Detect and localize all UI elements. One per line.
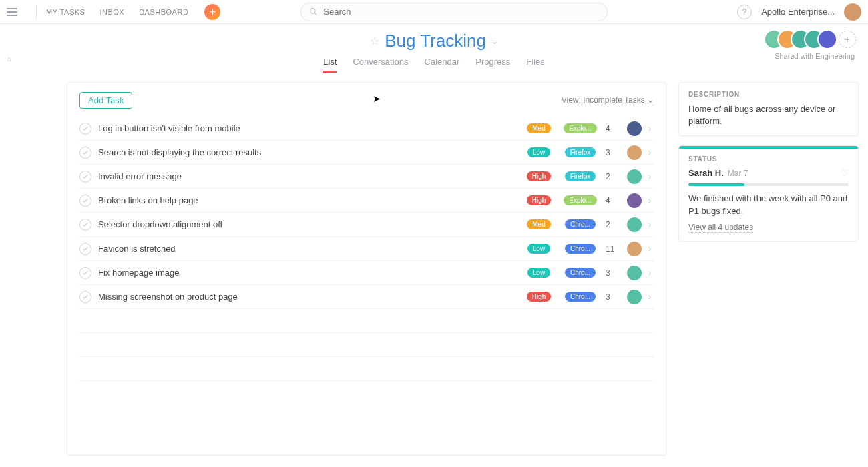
- browser-tag[interactable]: Chro...: [565, 219, 596, 229]
- complete-checkbox[interactable]: [79, 219, 91, 231]
- tab-conversations[interactable]: Conversations: [353, 57, 408, 73]
- top-nav: MY TASKS INBOX DASHBOARD: [46, 8, 188, 16]
- menu-icon[interactable]: [7, 5, 21, 19]
- subtask-count: 2: [606, 220, 620, 229]
- subtask-count: 3: [606, 292, 620, 302]
- chevron-right-icon[interactable]: ›: [648, 171, 654, 181]
- task-title[interactable]: Favicon is stretched: [98, 244, 516, 254]
- subtask-count: 3: [606, 148, 620, 157]
- user-avatar[interactable]: [844, 3, 861, 21]
- task-title[interactable]: Selector dropdown alignment off: [98, 219, 516, 229]
- assignee-avatar[interactable]: [627, 145, 642, 160]
- chevron-right-icon[interactable]: ›: [648, 147, 654, 157]
- add-member-button[interactable]: +: [839, 31, 856, 48]
- chevron-right-icon[interactable]: ›: [648, 244, 654, 254]
- nav-dashboard[interactable]: DASHBOARD: [139, 8, 188, 16]
- view-filter[interactable]: View: Incomplete Tasks ⌄: [562, 95, 654, 105]
- project-title[interactable]: Bug Tracking: [385, 31, 486, 51]
- browser-tag[interactable]: Chro...: [565, 268, 596, 278]
- task-row[interactable]: Missing screenshot on product pageHighCh…: [79, 285, 654, 309]
- browser-tag[interactable]: Explo...: [564, 123, 596, 133]
- complete-checkbox[interactable]: [79, 123, 91, 135]
- complete-checkbox[interactable]: [79, 147, 91, 159]
- task-title[interactable]: Missing screenshot on product page: [98, 292, 516, 302]
- svg-point-0: [310, 9, 316, 14]
- complete-checkbox[interactable]: [79, 195, 91, 207]
- task-title[interactable]: Fix homepage image: [98, 268, 516, 278]
- tab-files[interactable]: Files: [526, 57, 544, 73]
- help-icon[interactable]: ?: [737, 5, 752, 19]
- view-updates-link[interactable]: View all 4 updates: [688, 223, 753, 233]
- chevron-right-icon[interactable]: ›: [648, 219, 654, 229]
- chevron-down-icon[interactable]: ⌄: [491, 37, 498, 46]
- subtask-count: 4: [606, 124, 620, 133]
- task-title[interactable]: Broken links on help page: [98, 195, 516, 205]
- tab-progress[interactable]: Progress: [475, 57, 510, 73]
- tab-list[interactable]: List: [323, 57, 337, 73]
- member-avatar[interactable]: [819, 31, 836, 48]
- priority-tag[interactable]: High: [527, 171, 552, 181]
- task-row[interactable]: Search is not displaying the correct res…: [79, 141, 654, 165]
- task-row[interactable]: Fix homepage imageLowChro...3›: [79, 261, 654, 285]
- nav-inbox[interactable]: INBOX: [99, 8, 124, 16]
- add-task-button[interactable]: Add Task: [79, 92, 132, 109]
- add-button[interactable]: +: [204, 4, 220, 20]
- description-heading: DESCRIPTION: [688, 91, 849, 98]
- assignee-avatar[interactable]: [627, 169, 642, 184]
- status-progress: [688, 183, 849, 186]
- complete-checkbox[interactable]: [79, 267, 91, 279]
- priority-tag[interactable]: Low: [527, 244, 550, 254]
- star-icon[interactable]: ☆: [370, 35, 379, 47]
- assignee-avatar[interactable]: [627, 217, 642, 232]
- status-body: We finished with the week with all P0 an…: [688, 193, 849, 217]
- task-row[interactable]: Broken links on help pageHighExplo...4›: [79, 189, 654, 213]
- complete-checkbox[interactable]: [79, 291, 91, 303]
- tab-calendar[interactable]: Calendar: [425, 57, 460, 73]
- like-icon[interactable]: ♡: [841, 168, 849, 178]
- assignee-avatar[interactable]: [627, 121, 642, 136]
- nav-my-tasks[interactable]: MY TASKS: [46, 8, 85, 16]
- priority-tag[interactable]: High: [527, 195, 552, 205]
- search-field[interactable]: [323, 7, 599, 17]
- task-row[interactable]: Selector dropdown alignment offMedChro..…: [79, 213, 654, 237]
- chevron-right-icon[interactable]: ›: [648, 292, 654, 302]
- task-row[interactable]: Invalid error messageHighFirefox2›: [79, 165, 654, 189]
- priority-tag[interactable]: Med: [527, 123, 550, 133]
- browser-tag[interactable]: Explo...: [564, 195, 596, 205]
- chevron-right-icon[interactable]: ›: [648, 123, 654, 133]
- priority-tag[interactable]: Med: [527, 219, 550, 229]
- empty-row[interactable]: [79, 333, 654, 357]
- priority-tag[interactable]: Low: [527, 268, 550, 278]
- assignee-avatar[interactable]: [627, 193, 642, 208]
- priority-tag[interactable]: Low: [527, 147, 550, 157]
- complete-checkbox[interactable]: [79, 243, 91, 255]
- browser-tag[interactable]: Chro...: [565, 292, 596, 302]
- empty-row[interactable]: [79, 309, 654, 333]
- search-input[interactable]: [300, 3, 608, 21]
- chevron-right-icon[interactable]: ›: [648, 195, 654, 205]
- assignee-avatar[interactable]: [627, 290, 642, 304]
- task-row[interactable]: Favicon is stretchedLowChro...11›: [79, 237, 654, 261]
- task-row[interactable]: Log in button isn't visible from mobileM…: [79, 117, 654, 141]
- subtask-count: 2: [606, 172, 620, 181]
- assignee-avatar[interactable]: [627, 266, 642, 280]
- browser-tag[interactable]: Firefox: [565, 171, 596, 181]
- chevron-right-icon[interactable]: ›: [648, 268, 654, 278]
- browser-tag[interactable]: Firefox: [565, 147, 596, 157]
- empty-row[interactable]: [79, 357, 654, 381]
- task-title[interactable]: Invalid error message: [98, 171, 516, 181]
- home-icon[interactable]: ⌂: [7, 55, 11, 63]
- status-date: Mar 7: [728, 169, 748, 178]
- task-title[interactable]: Log in button isn't visible from mobile: [98, 123, 516, 133]
- project-header: ☆ Bug Tracking ⌄ List Conversations Cale…: [0, 24, 868, 73]
- subtask-count: 11: [606, 244, 620, 254]
- task-title[interactable]: Search is not displaying the correct res…: [98, 147, 516, 157]
- divider: [36, 5, 37, 19]
- task-list-panel: Add Task View: Incomplete Tasks ⌄ Log in…: [67, 82, 666, 456]
- assignee-avatar[interactable]: [627, 242, 642, 256]
- priority-tag[interactable]: High: [527, 292, 552, 302]
- workspace-name[interactable]: Apollo Enterprise...: [761, 7, 835, 17]
- complete-checkbox[interactable]: [79, 171, 91, 183]
- status-panel: STATUS Sarah H. Mar 7 ♡ We finished with…: [678, 145, 859, 241]
- browser-tag[interactable]: Chro...: [565, 244, 596, 254]
